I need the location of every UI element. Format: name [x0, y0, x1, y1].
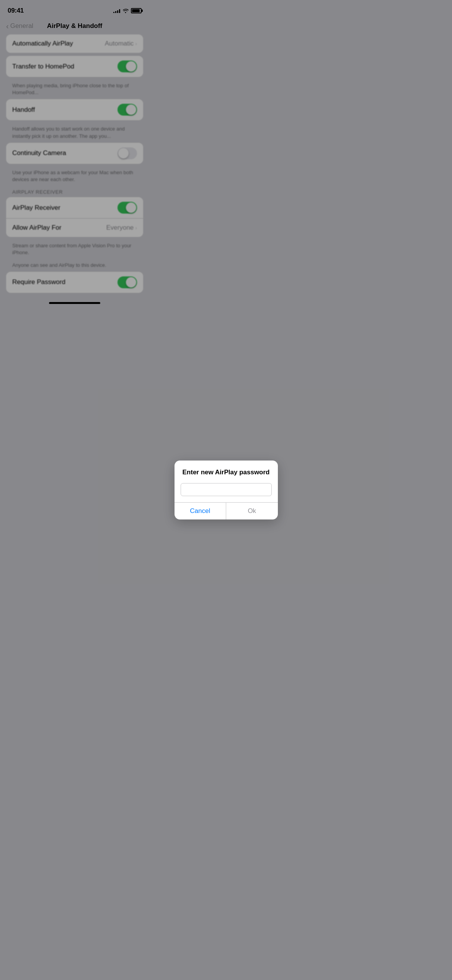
- dialog-overlay: Enter new AirPlay password Cancel Ok: [0, 0, 149, 323]
